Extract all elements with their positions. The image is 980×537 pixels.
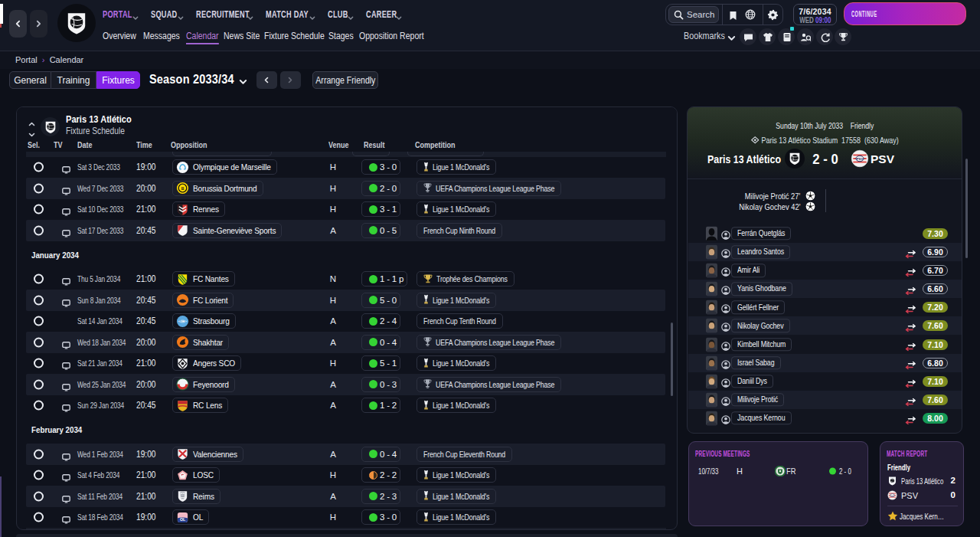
svg-text:PSV: PSV: [890, 495, 894, 496]
svg-text:OL: OL: [180, 517, 186, 522]
svg-text:B: B: [181, 186, 185, 191]
svg-text:RCS: RCS: [179, 319, 186, 323]
svg-text:PSV: PSV: [857, 157, 864, 161]
